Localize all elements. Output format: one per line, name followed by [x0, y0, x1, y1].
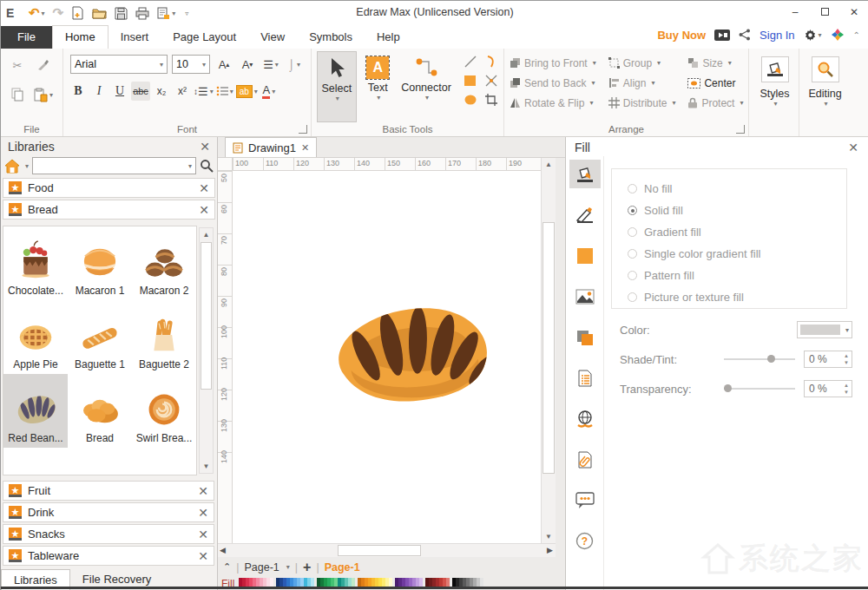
option-no-fill[interactable]: No fill — [628, 178, 846, 200]
library-home-icon[interactable] — [4, 159, 20, 174]
scroll-up-icon[interactable]: ▲ — [200, 228, 213, 241]
transparency-spinner[interactable]: 0 %▲▼ — [804, 380, 852, 397]
section-close-icon[interactable]: ✕ — [198, 484, 208, 498]
text-tool-button[interactable]: A Text ▾ — [358, 51, 398, 122]
tab-page-layout[interactable]: Page Layout — [161, 26, 248, 49]
rotate-flip-button[interactable]: Rotate & Flip▾ — [510, 94, 596, 112]
slider-thumb[interactable] — [767, 355, 775, 363]
bring-to-front-button[interactable]: Bring to Front▾ — [510, 54, 596, 72]
library-item-chocolate-cake[interactable]: Chocolate... — [3, 226, 68, 300]
attachment-icon[interactable] — [569, 445, 601, 474]
editing-button[interactable]: Editing ▾ — [805, 54, 845, 108]
library-section-snacks[interactable]: ★Snacks✕ — [3, 524, 214, 544]
library-item-baguette-2[interactable]: Baguette 2 — [132, 300, 196, 374]
fill-panel-close-icon[interactable]: ✕ — [848, 141, 858, 154]
font-family-select[interactable]: Arial▾ — [70, 55, 168, 74]
close-button[interactable]: ✕ — [839, 1, 868, 23]
underline-button[interactable]: U — [110, 82, 129, 101]
help-icon[interactable]: ? — [569, 527, 601, 555]
italic-button[interactable]: I — [89, 82, 108, 101]
erase-tool-icon[interactable] — [484, 74, 498, 88]
library-search-icon[interactable] — [200, 159, 214, 173]
croissant-shape[interactable] — [326, 306, 491, 403]
quick-color-icon[interactable] — [569, 241, 601, 270]
library-section-tableware[interactable]: ★Tableware✕ — [3, 546, 214, 566]
hyperlink-globe-icon[interactable] — [569, 404, 601, 433]
tab-help[interactable]: Help — [365, 26, 412, 49]
subscript-button[interactable]: x₂ — [152, 82, 171, 101]
section-close-icon[interactable]: ✕ — [198, 549, 208, 563]
superscript-button[interactable]: x² — [173, 82, 192, 101]
tab-symbols[interactable]: Symbols — [297, 26, 365, 49]
comment-icon[interactable] — [569, 486, 601, 515]
scrollbar-thumb[interactable] — [338, 545, 421, 556]
library-item-macaron-2[interactable]: Macaron 2 — [132, 226, 196, 300]
drawing-page[interactable] — [233, 171, 541, 543]
library-item-macaron-1[interactable]: Macaron 1 — [68, 226, 132, 300]
section-close-icon[interactable]: ✕ — [199, 181, 209, 195]
language-icon[interactable] — [831, 28, 845, 42]
rectangle-tool-icon[interactable] — [464, 74, 477, 88]
scroll-right-icon[interactable]: ▶ — [547, 546, 553, 554]
library-item-baguette-1[interactable]: Baguette 1 — [68, 300, 132, 374]
strikethrough-button[interactable]: abc — [131, 82, 150, 101]
library-section-food[interactable]: ★ Food ✕ — [3, 178, 215, 198]
option-gradient-fill[interactable]: Gradient fill — [628, 221, 846, 243]
library-search-input[interactable]: ▾ — [32, 157, 196, 174]
sign-in-link[interactable]: Sign In — [760, 29, 794, 42]
shade-tint-slider[interactable] — [724, 358, 795, 360]
scroll-down-icon[interactable]: ▼ — [542, 530, 556, 543]
option-solid-fill[interactable]: Solid fill — [628, 200, 846, 221]
arrange-dialog-launcher[interactable] — [736, 125, 745, 134]
shade-tint-spinner[interactable]: 0 %▲▼ — [804, 351, 852, 368]
connector-tool-button[interactable]: Connector ▾ — [399, 51, 453, 122]
decrease-font-icon[interactable]: A▾ — [238, 55, 257, 74]
fill-color-dropdown[interactable]: ▾ — [797, 321, 852, 338]
arc-tool-icon[interactable] — [484, 55, 498, 69]
minimize-button[interactable]: – — [780, 1, 810, 23]
option-single-color-gradient-fill[interactable]: Single color gradient fill — [628, 243, 846, 265]
align-button[interactable]: Align▾ — [608, 74, 676, 92]
library-item-red-bean-bread[interactable]: Red Bean... — [3, 374, 68, 448]
collapse-pagebar-icon[interactable]: ⌃ — [223, 561, 231, 573]
library-item-swirl-bread[interactable]: Swirl Brea... — [132, 374, 196, 448]
format-painter-icon[interactable] — [34, 56, 53, 75]
scrollbar-thumb[interactable] — [201, 242, 212, 390]
font-color-icon[interactable]: A▾ — [260, 82, 279, 101]
document-tab-drawing1[interactable]: Drawing1 ✕ — [225, 137, 317, 157]
font-dialog-launcher[interactable] — [299, 125, 307, 134]
text-arc-icon[interactable]: ⌡▾ — [285, 55, 304, 74]
protect-button[interactable]: Protect▾ — [687, 94, 743, 112]
format-data-icon[interactable] — [569, 364, 601, 392]
canvas-v-scrollbar[interactable]: ▲ ▼ — [541, 158, 556, 543]
picture-icon[interactable] — [569, 282, 601, 311]
highlight-icon[interactable]: ab▾ — [236, 82, 258, 101]
tab-view[interactable]: View — [248, 26, 297, 49]
collapse-ribbon-icon[interactable]: ⌃ — [853, 30, 860, 40]
libraries-close-icon[interactable]: ✕ — [200, 140, 210, 154]
font-size-select[interactable]: 10▾ — [172, 55, 210, 74]
option-pattern-fill[interactable]: Pattern fill — [628, 265, 846, 286]
section-close-icon[interactable]: ✕ — [198, 528, 208, 541]
layer-icon[interactable] — [569, 323, 601, 351]
option-picture-texture-fill[interactable]: Picture or texture fill — [628, 286, 846, 308]
library-item-bread[interactable]: Bread — [68, 374, 132, 448]
send-to-back-button[interactable]: Send to Back▾ — [510, 74, 596, 92]
tab-insert[interactable]: Insert — [108, 26, 161, 49]
cut-icon[interactable]: ✂ — [8, 56, 27, 75]
increase-font-icon[interactable]: A▴ — [214, 55, 233, 74]
video-tutorial-icon[interactable] — [714, 30, 730, 41]
scrollbar-thumb[interactable] — [542, 222, 555, 474]
canvas-h-scrollbar[interactable]: ◀ ▶ — [218, 543, 556, 557]
paste-icon[interactable]: ▾ — [34, 85, 53, 104]
tab-home[interactable]: Home — [52, 25, 108, 49]
settings-gear-icon[interactable]: ▾ — [804, 29, 822, 42]
buy-now-link[interactable]: Buy Now — [657, 29, 706, 42]
distribute-button[interactable]: Distribute▾ — [608, 94, 676, 112]
library-item-bread-round-2[interactable] — [68, 448, 132, 475]
scroll-left-icon[interactable]: ◀ — [220, 546, 226, 554]
crop-tool-icon[interactable] — [484, 93, 498, 107]
add-page-button[interactable]: + — [303, 560, 311, 575]
line-spacing-icon[interactable]: ↕☰▾ — [194, 82, 214, 101]
group-button[interactable]: Group▾ — [608, 54, 676, 72]
